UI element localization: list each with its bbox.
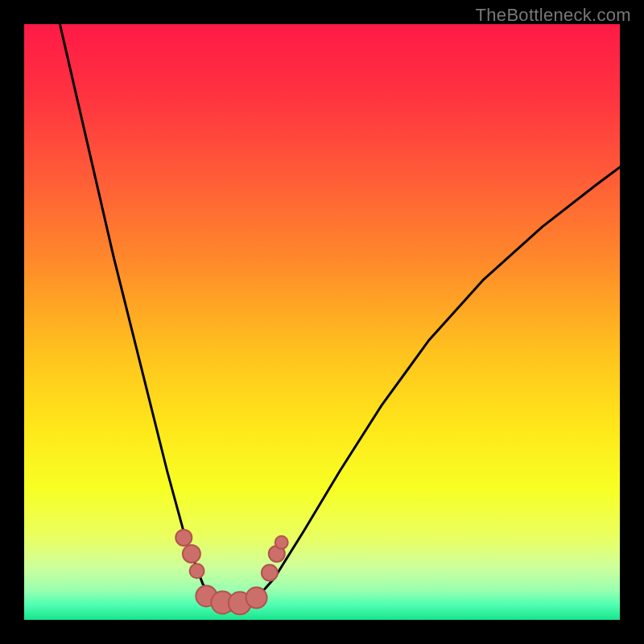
chart-frame: TheBottleneck.com xyxy=(0,0,644,644)
data-marker xyxy=(190,564,204,578)
data-marker xyxy=(175,530,192,546)
data-marker xyxy=(183,545,200,563)
data-marker xyxy=(246,588,267,609)
plot-area xyxy=(24,24,620,620)
bottleneck-curve xyxy=(24,24,620,620)
data-marker xyxy=(262,565,278,581)
watermark-text: TheBottleneck.com xyxy=(476,5,631,26)
data-marker xyxy=(275,536,288,549)
data-markers xyxy=(175,530,287,614)
